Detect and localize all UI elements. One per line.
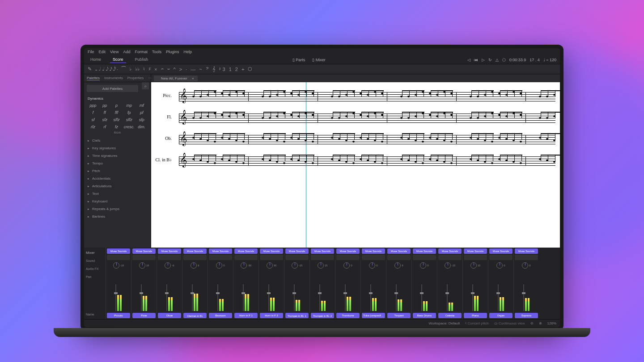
menu-tools[interactable]: Tools <box>152 50 161 54</box>
channel-pan[interactable]: -15 <box>438 261 462 270</box>
channel-pan[interactable]: 30 <box>260 261 283 270</box>
dynamic-rf[interactable]: rf <box>99 124 110 130</box>
channel-fader[interactable] <box>489 271 513 312</box>
channel-pan[interactable]: 15 <box>464 261 487 270</box>
channel-pan[interactable]: 0 <box>515 261 538 270</box>
channel-fader[interactable] <box>336 271 360 312</box>
channel-pan[interactable]: -10 <box>107 261 130 270</box>
channel-sound[interactable]: Muse Sounds <box>413 248 436 254</box>
tab-publish[interactable]: Publish <box>132 56 151 63</box>
channel-pan[interactable]: 6 <box>183 261 207 270</box>
channel-sound[interactable]: Muse Sounds <box>362 248 385 254</box>
channel-sound[interactable]: Muse Sounds <box>260 248 283 254</box>
pan-knob[interactable] <box>420 262 426 269</box>
dynamic-sffz[interactable]: sffz <box>123 117 136 123</box>
menu-edit[interactable]: Edit <box>99 50 106 54</box>
zoom-in-icon[interactable]: ⊕ <box>539 321 542 325</box>
toolbar-item-19[interactable]: — <box>191 67 195 72</box>
toolbar-item-18[interactable]: · <box>186 67 187 72</box>
channel-sound[interactable]: Muse Sounds <box>336 248 360 254</box>
toolbar-item-28[interactable]: ⬡ <box>248 66 252 72</box>
toolbar-item-14[interactable]: 𝄐 <box>161 66 164 72</box>
channel-pan[interactable]: 0 <box>336 261 360 270</box>
dynamic-pp[interactable]: pp <box>99 102 110 109</box>
toolbar-item-12[interactable]: ♯ <box>148 66 151 72</box>
toolbar-item-21[interactable]: 𝄢 <box>206 66 209 72</box>
channel-fx[interactable] <box>132 255 156 260</box>
dynamic-sfp[interactable]: sfp <box>136 117 147 123</box>
channel-sound[interactable]: Muse Sounds <box>515 248 538 254</box>
channel-fader[interactable] <box>158 271 181 312</box>
dynamic-sfz[interactable]: sfz <box>99 117 110 123</box>
play-icon[interactable]: ▷ <box>482 58 485 62</box>
workspace-selector[interactable]: Workspace: Default <box>429 321 460 325</box>
channel-fader[interactable] <box>132 271 156 312</box>
pan-knob[interactable] <box>343 262 350 269</box>
channel-fader[interactable] <box>311 271 334 312</box>
channel-pan[interactable]: -30 <box>234 261 258 270</box>
staff-0[interactable]: Picc.𝄞 <box>174 87 555 105</box>
channel-fader[interactable] <box>515 271 538 312</box>
channel-pan[interactable]: 10 <box>132 261 156 270</box>
pan-knob[interactable] <box>241 262 247 269</box>
channel-pan[interactable]: -15 <box>285 261 309 270</box>
dynamic-ppp[interactable]: ppp <box>88 102 98 109</box>
toolbar-item-22[interactable]: 𝄞 <box>212 66 216 72</box>
toolbar-item-15[interactable]: 𝄑 <box>167 66 170 72</box>
pan-knob[interactable] <box>496 262 503 269</box>
pan-knob[interactable] <box>522 262 528 269</box>
pan-knob[interactable] <box>318 262 324 269</box>
pan-knob[interactable] <box>292 262 298 269</box>
channel-fx[interactable] <box>438 255 462 260</box>
dynamic-fp[interactable]: fp <box>123 109 136 116</box>
concert-pitch-toggle[interactable]: ♮ Concert pitch <box>465 321 488 325</box>
channel-pan[interactable]: 9 <box>387 261 411 270</box>
palette-repeats-&-jumps[interactable]: Repeats & jumps <box>84 205 151 213</box>
toolbar-item-8[interactable]: ⁀ <box>122 66 126 72</box>
channel-pan[interactable]: 0 <box>362 261 385 270</box>
channel-fader[interactable] <box>234 271 258 312</box>
tab-score[interactable]: Score <box>110 56 126 63</box>
pan-knob[interactable] <box>165 262 171 269</box>
toolbar-item-0[interactable]: ✎ <box>88 66 92 72</box>
palette-accidentals[interactable]: Accidentals <box>84 175 151 182</box>
playback-icon[interactable]: ◁ <box>467 58 470 62</box>
staff-1[interactable]: Fl.𝄞 <box>174 108 555 127</box>
channel-fader[interactable] <box>387 271 411 312</box>
channel-sound[interactable]: Muse Sounds <box>132 248 156 254</box>
toolbar-item-9[interactable]: ♭ <box>129 66 131 72</box>
dynamic-sffz[interactable]: sffz <box>111 117 122 123</box>
more-button[interactable]: More <box>88 130 147 135</box>
pan-knob[interactable] <box>369 262 375 269</box>
palette-tempo[interactable]: Tempo <box>84 160 151 167</box>
menu-plugins[interactable]: Plugins <box>166 50 179 54</box>
channel-fader[interactable] <box>107 271 130 312</box>
channel-sound[interactable]: Muse Sounds <box>158 248 181 254</box>
channel-fx[interactable] <box>260 255 283 260</box>
menu-help[interactable]: Help <box>183 50 192 54</box>
loop-icon[interactable]: ↻ <box>488 58 492 62</box>
toolbar-item-27[interactable]: + <box>242 67 244 72</box>
zoom-value[interactable]: 126% <box>547 321 556 325</box>
toolbar-item-26[interactable]: 2 <box>235 67 238 72</box>
sidebar-tab-palettes[interactable]: Palettes <box>87 76 100 80</box>
channel-fader[interactable] <box>183 271 207 312</box>
channel-sound[interactable]: Muse Sounds <box>107 248 130 254</box>
dynamic-ff[interactable]: ff <box>99 109 110 116</box>
channel-fx[interactable] <box>107 255 130 260</box>
channel-fader[interactable] <box>464 271 487 312</box>
channel-sound[interactable]: Muse Sounds <box>209 248 232 254</box>
dynamic-fz[interactable]: fz <box>111 124 122 130</box>
channel-fader[interactable] <box>413 271 436 312</box>
channel-sound[interactable]: Muse Sounds <box>438 248 462 254</box>
channel-fx[interactable] <box>158 255 181 260</box>
channel-sound[interactable]: Muse Sounds <box>285 248 309 254</box>
dynamic-sf[interactable]: sf <box>88 117 98 123</box>
toolbar-item-25[interactable]: 1 <box>229 67 232 72</box>
menu-add[interactable]: Add <box>123 50 130 54</box>
panel-toggle-parts[interactable]: ▯ Parts <box>292 58 305 62</box>
palette-key-signatures[interactable]: Key signatures <box>84 144 151 152</box>
dynamic-p[interactable]: p <box>111 102 122 109</box>
channel-sound[interactable]: Muse Sounds <box>464 248 487 254</box>
sidebar-tab-instruments[interactable]: Instruments <box>104 76 123 80</box>
